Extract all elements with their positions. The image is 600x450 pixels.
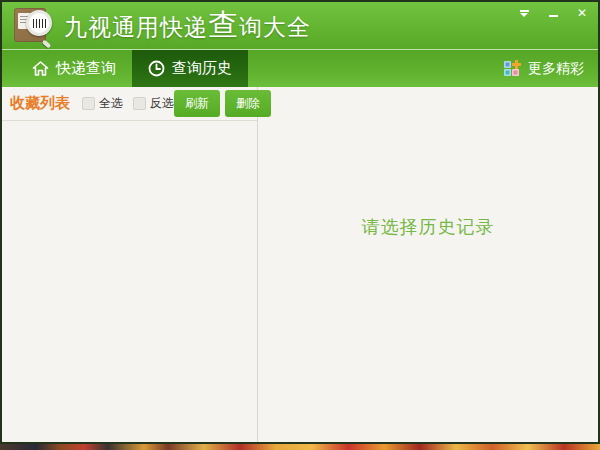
minimize-icon — [549, 15, 558, 17]
tab-query-history[interactable]: 查询历史 — [132, 50, 248, 87]
skin-menu-button[interactable] — [516, 5, 532, 21]
window-title-part3: 询大全 — [239, 12, 311, 43]
select-all-label: 全选 — [99, 95, 123, 112]
barcode-icon — [33, 19, 46, 28]
select-all-checkbox-box[interactable] — [82, 97, 95, 110]
invert-selection-checkbox[interactable]: 反选 — [133, 95, 174, 112]
favorites-list[interactable] — [2, 121, 257, 442]
invert-selection-checkbox-box[interactable] — [133, 97, 146, 110]
tab-label: 快递查询 — [56, 59, 116, 78]
favorites-panel-header: 收藏列表 全选 反选 刷新 删除 — [2, 87, 257, 121]
empty-state-message: 请选择历史记录 — [362, 215, 495, 239]
favorites-panel: 收藏列表 全选 反选 刷新 删除 — [2, 87, 258, 442]
app-logo-icon — [12, 6, 52, 46]
select-all-checkbox[interactable]: 全选 — [82, 95, 123, 112]
history-detail-panel: 请选择历史记录 — [258, 87, 598, 442]
favorites-actions: 刷新 删除 — [174, 90, 271, 117]
app-grid-icon — [504, 60, 521, 77]
magnifier-icon — [26, 10, 52, 36]
more-highlights-link[interactable]: 更多精彩 — [490, 50, 598, 87]
tab-label: 查询历史 — [172, 59, 232, 78]
more-highlights-label: 更多精彩 — [528, 60, 584, 78]
window-title: 九视通用快递查询大全 — [64, 5, 311, 46]
favorites-panel-title: 收藏列表 — [10, 94, 70, 113]
window-title-part2: 查 — [208, 5, 239, 46]
tab-express-query[interactable]: 快递查询 — [16, 50, 132, 87]
content-area: 收藏列表 全选 反选 刷新 删除 请选 — [2, 87, 598, 442]
titlebar: 九视通用快递查询大全 ✕ — [2, 2, 598, 50]
invert-selection-label: 反选 — [150, 95, 174, 112]
skin-menu-icon — [520, 10, 529, 17]
clock-icon — [148, 60, 165, 77]
tab-bar: 快递查询 查询历史 更多精彩 — [2, 50, 598, 87]
window-controls: ✕ — [516, 5, 590, 21]
desktop-background-strip — [0, 444, 600, 450]
close-button[interactable]: ✕ — [574, 5, 590, 21]
close-icon: ✕ — [577, 5, 587, 21]
minimize-button[interactable] — [545, 5, 561, 21]
refresh-button[interactable]: 刷新 — [174, 90, 220, 117]
window-title-part1: 九视通用快递 — [64, 12, 208, 43]
checkbox-group: 全选 反选 — [82, 95, 174, 112]
app-window: 九视通用快递查询大全 ✕ 快递查询 — [0, 0, 600, 444]
home-icon — [32, 60, 49, 77]
magnifier-handle — [42, 39, 51, 48]
